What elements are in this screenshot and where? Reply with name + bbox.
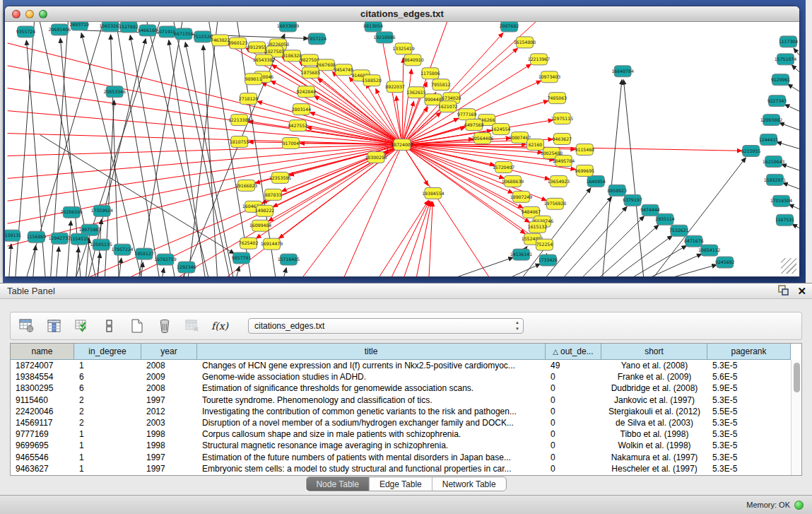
graph-node-yellow[interactable]: 10688639 xyxy=(502,175,524,187)
float-panel-icon[interactable] xyxy=(778,285,789,298)
graph-node-yellow[interactable]: 7625402 xyxy=(239,238,259,249)
graph-node-yellow[interactable]: 19384554 xyxy=(422,187,444,199)
table-row[interactable]: 2242004622012Investigating the contribut… xyxy=(11,406,791,417)
table-row[interactable]: 946554611997Estimation of the future num… xyxy=(11,452,791,463)
table-row[interactable]: 946362711997Embryonic stem cells: a mode… xyxy=(11,463,791,474)
graph-node-teal[interactable]: 17016504 xyxy=(770,195,792,206)
graph-node-yellow[interactable]: 8912955 xyxy=(247,42,267,53)
graph-node-yellow[interactable]: 1875685 xyxy=(301,67,321,78)
graph-node-yellow[interactable]: 16154808 xyxy=(514,37,536,48)
graph-node-teal[interactable]: 15716485 xyxy=(278,254,300,265)
graph-node-yellow[interactable]: 7955812 xyxy=(431,79,451,90)
graph-node-teal[interactable]: 1154519 xyxy=(70,233,90,245)
graph-node-teal[interactable]: 6379197 xyxy=(623,194,642,206)
graph-node-yellow[interactable]: 13325419 xyxy=(392,43,414,54)
graph-node-teal[interactable]: 6466160 xyxy=(138,25,158,36)
table-row[interactable]: 1938455462009Genome-wide association stu… xyxy=(11,371,791,382)
graph-node-yellow[interactable]: 2667608 xyxy=(317,59,336,71)
graph-node-yellow[interactable]: 8922037 xyxy=(385,81,405,93)
graph-node-teal[interactable]: 15751074 xyxy=(775,54,796,65)
delete-table-icon[interactable] xyxy=(183,317,201,335)
graph-node-teal[interactable]: 2693719 xyxy=(70,22,90,30)
new-table-icon[interactable] xyxy=(128,317,146,335)
graph-node-yellow[interactable]: 16914479 xyxy=(261,238,283,250)
graph-node-teal[interactable]: 20691406 xyxy=(49,24,71,35)
graph-node-teal[interactable]: 12505135 xyxy=(90,239,112,250)
graph-node-teal[interactable]: 8813054 xyxy=(363,22,383,32)
table-row[interactable]: 969969511998Structural magnetic resonanc… xyxy=(11,440,791,451)
graph-node-yellow[interactable]: 2803144 xyxy=(292,104,312,115)
graph-node-yellow[interactable]: 9777169 xyxy=(457,109,477,120)
close-panel-icon[interactable]: ✕ xyxy=(797,286,806,296)
graph-node-yellow[interactable]: 12213967 xyxy=(528,54,550,65)
graph-node-yellow[interactable]: 1810755 xyxy=(230,136,249,148)
column-header-in-degree[interactable]: in_degree xyxy=(74,344,141,360)
network-window[interactable]: citations_edges.txt 18724007935572420691… xyxy=(4,6,800,277)
graph-node-yellow[interactable]: 16543382 xyxy=(253,54,275,66)
delete-attribute-icon[interactable] xyxy=(155,317,174,335)
table-row[interactable]: 1830029562008Estimation of significance … xyxy=(11,382,791,394)
table-row[interactable]: 977716911998Corpus callosum shape and si… xyxy=(11,428,791,440)
graph-node-yellow[interactable]: 8427552 xyxy=(288,120,308,132)
graph-node-teal[interactable]: 1958127 xyxy=(134,248,154,259)
graph-node-yellow[interactable]: 18495784 xyxy=(553,155,575,166)
graph-node-yellow[interactable]: 1588520 xyxy=(362,75,382,86)
graph-node-yellow[interactable]: 1615132 xyxy=(528,221,548,233)
graph-node-yellow[interactable]: 1498222 xyxy=(255,205,275,216)
column-header-title[interactable]: title xyxy=(197,344,546,360)
graph-node-teal[interactable]: 8471676 xyxy=(684,235,704,247)
table-scrollbar[interactable] xyxy=(791,360,801,475)
graph-node-yellow[interactable]: 9463627 xyxy=(553,134,572,145)
graph-node-yellow[interactable]: 18724007 xyxy=(391,139,413,151)
graph-node-teal[interactable]: 17359924 xyxy=(90,205,112,216)
graph-node-teal[interactable]: 1733426 xyxy=(539,255,558,266)
graph-node-teal[interactable]: 20853346 xyxy=(103,86,125,98)
graph-node-yellow[interactable]: 887833 xyxy=(265,189,282,200)
graph-node-yellow[interactable]: 10973403 xyxy=(539,71,560,83)
graph-node-yellow[interactable]: 12213389 xyxy=(228,115,250,126)
window-titlebar[interactable]: citations_edges.txt xyxy=(5,6,799,22)
graph-node-yellow[interactable]: 8186328 xyxy=(283,50,302,62)
graph-node-yellow[interactable]: 8960123 xyxy=(228,37,248,49)
graph-node-yellow[interactable]: 18300295 xyxy=(365,151,387,163)
graph-node-yellow[interactable]: 15720407 xyxy=(493,161,514,173)
graph-node-yellow[interactable]: 19756928 xyxy=(544,198,566,209)
graph-node-teal[interactable]: 8215955 xyxy=(741,146,761,157)
graph-node-teal[interactable]: 7532621 xyxy=(669,225,689,236)
graph-node-yellow[interactable]: 19166823 xyxy=(235,180,257,191)
graph-node-teal[interactable]: 12093882 xyxy=(760,115,782,126)
graph-node-teal[interactable]: 9245692 xyxy=(715,257,735,268)
column-header-out-de-[interactable]: △out_de... xyxy=(546,344,601,360)
graph-node-teal[interactable]: 10653267 xyxy=(99,22,121,32)
graph-node-yellow[interactable]: 9242848 xyxy=(297,86,317,98)
graph-node-teal[interactable]: 9159131 xyxy=(5,230,21,241)
graph-node-teal[interactable]: 19218986 xyxy=(373,32,395,43)
graph-node-teal[interactable]: 10654112 xyxy=(698,245,720,256)
graph-node-teal[interactable]: 9474444 xyxy=(640,204,660,216)
graph-node-teal[interactable]: 7515526 xyxy=(193,31,213,42)
graph-node-yellow[interactable]: 12975115 xyxy=(551,113,573,124)
graph-node-teal[interactable]: 15932971 xyxy=(764,174,786,185)
graph-node-teal[interactable]: 9227343 xyxy=(767,95,787,107)
graph-node-teal[interactable]: 2935114 xyxy=(655,214,675,225)
graph-node-teal[interactable]: 16782759 xyxy=(154,254,176,265)
column-header-year[interactable]: year xyxy=(141,344,197,360)
graph-node-yellow[interactable]: 62160 xyxy=(527,139,544,151)
graph-node-yellow[interactable]: 9115460 xyxy=(575,144,595,156)
tab-node-table[interactable]: Node Table xyxy=(306,477,369,491)
function-builder-icon[interactable]: f(x) xyxy=(211,317,229,335)
graph-node-yellow[interactable]: 1624554 xyxy=(491,124,511,135)
zoom-window-button[interactable] xyxy=(39,10,47,18)
graph-node-yellow[interactable]: 7463822 xyxy=(211,35,230,46)
graph-node-teal[interactable]: 1640954 xyxy=(586,175,606,187)
graph-node-teal[interactable]: 14136141 xyxy=(510,249,532,260)
close-window-button[interactable] xyxy=(12,10,20,18)
table-row[interactable]: 1872400712008Changes of HCN gene express… xyxy=(11,360,791,371)
column-header-short[interactable]: short xyxy=(601,344,707,360)
graph-node-teal[interactable]: 1244415 xyxy=(759,134,779,146)
graph-node-teal[interactable]: 16210643 xyxy=(763,156,784,167)
table-settings-icon[interactable] xyxy=(18,317,36,335)
graph-node-teal[interactable]: 16033809 xyxy=(277,22,299,32)
window-resize-grip[interactable] xyxy=(781,258,796,274)
tab-edge-table[interactable]: Edge Table xyxy=(369,477,432,491)
